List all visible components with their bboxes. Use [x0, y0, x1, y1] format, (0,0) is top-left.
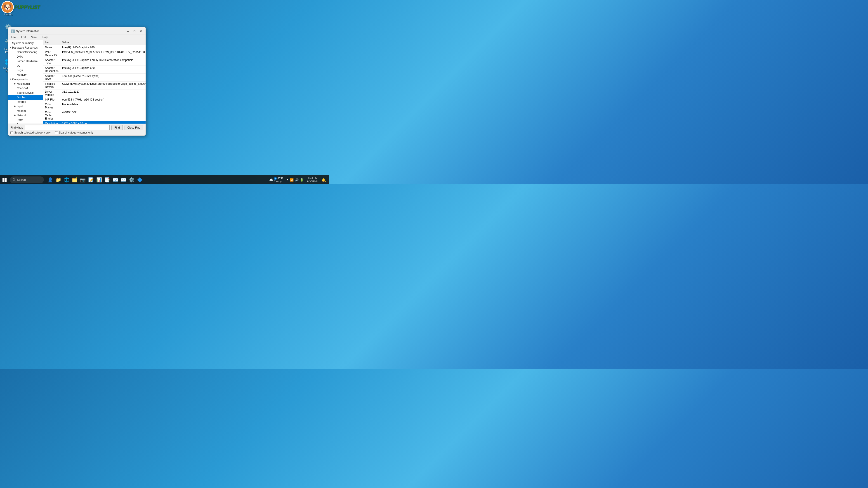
table-row[interactable]: Adapter DescriptionIntel(R) UHD Graphics…: [43, 66, 146, 74]
maximize-button[interactable]: □: [131, 29, 137, 34]
tree-item-io[interactable]: I/O: [8, 64, 43, 68]
weather-icon: ☁️: [269, 178, 273, 182]
close-button[interactable]: ✕: [138, 29, 144, 34]
menu-file[interactable]: File: [10, 35, 17, 39]
no-expand-icon4: [13, 60, 16, 63]
svg-line-5: [15, 180, 16, 182]
tree-item-multimedia[interactable]: ▶ Multimedia: [8, 82, 43, 86]
table-row[interactable]: Adapter TypeIntel(R) UHD Graphics Family…: [43, 58, 146, 66]
minimize-button[interactable]: ─: [125, 29, 131, 34]
sound-device-label: Sound Device: [17, 91, 34, 95]
search-selected-category-check[interactable]: Search selected category only: [10, 131, 51, 134]
table-row[interactable]: Resolution1920 x 1080 x 60 hertz: [43, 121, 146, 124]
table-row-item: PNP Device ID: [43, 50, 60, 58]
menu-view[interactable]: View: [30, 35, 38, 39]
storage-label: Storage: [17, 123, 26, 124]
display-label: Display: [17, 95, 26, 99]
tree-item-infrared[interactable]: Infrared: [8, 100, 43, 104]
window-title-text: System Information: [16, 30, 39, 33]
find-input[interactable]: [25, 125, 110, 130]
taskbar-clock[interactable]: 3:49 PM 8/30/2024: [307, 176, 318, 184]
table-row[interactable]: Color Table Entries4294967296: [43, 110, 146, 121]
no-expand-icon9: [13, 92, 16, 94]
system-summary-label: System Summary: [12, 41, 34, 45]
find-bar: Find what: Find Close Find Search select…: [8, 124, 146, 135]
taskbar-word-icon[interactable]: 📝: [87, 176, 94, 184]
find-what-label: Find what:: [10, 126, 23, 129]
table-row[interactable]: INF Fileoem55.inf (iWHL_w10_DS section): [43, 97, 146, 102]
taskbar-file-manager-icon[interactable]: 🗂️: [71, 176, 78, 184]
table-row-value: oem55.inf (iWHL_w10_DS section): [60, 97, 146, 102]
table-row[interactable]: Driver Version31.0.101.2127: [43, 90, 146, 97]
dma-label: DMA: [17, 55, 23, 59]
taskbar-mail-icon[interactable]: ✉️: [120, 176, 127, 184]
taskbar-weather[interactable]: ☁️ 1 63°F Cloudy: [269, 177, 283, 183]
weather-status: Cloudy: [274, 180, 283, 183]
tree-item-hardware-resources[interactable]: ▼ Hardware Resources: [8, 45, 43, 50]
notification-icon[interactable]: 🔔: [320, 176, 327, 184]
svg-rect-2: [2, 180, 4, 182]
table-row[interactable]: PNP Device IDPCI\VEN_8086&DEV_3EA0&SUBSY…: [43, 50, 146, 58]
close-find-button[interactable]: Close Find: [125, 125, 143, 130]
tree-item-storage[interactable]: ▶ Storage: [8, 122, 43, 124]
tree-item-memory[interactable]: Memory: [8, 72, 43, 77]
taskbar-explorer-icon[interactable]: 📁: [55, 176, 62, 184]
taskbar-settings-icon[interactable]: ⚙️: [128, 176, 135, 184]
system-tray[interactable]: ∧ 📶 🔊 🔋: [285, 177, 305, 183]
taskbar-excel-icon[interactable]: 📊: [95, 176, 103, 184]
menu-edit[interactable]: Edit: [20, 35, 27, 39]
taskbar-right: ☁️ 1 63°F Cloudy ∧ 📶 🔊 🔋 3:49 PM 8/30/20…: [269, 176, 329, 184]
taskbar-user-icon[interactable]: 👤: [46, 176, 54, 184]
tree-item-ports[interactable]: Ports: [8, 118, 43, 122]
column-value: Value: [60, 40, 146, 45]
tree-item-irqs[interactable]: IRQs: [8, 68, 43, 72]
taskbar-search[interactable]: Search: [10, 176, 44, 183]
search-selected-label: Search selected category only: [14, 131, 51, 134]
expand-icon: ▼: [9, 46, 12, 49]
detail-panel: Item Value NameIntel(R) UHD Graphics 620…: [43, 40, 146, 124]
tree-item-cdrom[interactable]: CD-ROM: [8, 86, 43, 91]
io-label: I/O: [17, 64, 20, 68]
search-names-checkbox[interactable]: [55, 131, 58, 134]
tree-item-forced-hardware[interactable]: Forced Hardware: [8, 59, 43, 64]
taskbar-edge-icon[interactable]: 🌐: [63, 176, 70, 184]
table-row[interactable]: NameIntel(R) UHD Graphics 620: [43, 45, 146, 50]
desktop: 🐶 PUPPYLIST 🖥️ This PC ⚙️ N 🔧 Control Pa…: [0, 0, 329, 184]
taskbar-outlook-icon[interactable]: 📧: [112, 176, 119, 184]
find-button[interactable]: Find: [112, 125, 123, 130]
irqs-label: IRQs: [17, 68, 23, 72]
taskbar-pp-icon[interactable]: 📑: [103, 176, 111, 184]
table-row[interactable]: Adapter RAM1.00 GB (1,073,741,824 bytes): [43, 74, 146, 82]
chevron-up-icon: ∧: [286, 178, 289, 182]
hardware-resources-label: Hardware Resources: [12, 46, 38, 50]
expand-icon4: ▶: [13, 105, 16, 108]
tree-item-modem[interactable]: Modem: [8, 109, 43, 113]
taskbar-camera-icon[interactable]: 📷: [79, 176, 86, 184]
table-row-value: 1.00 GB (1,073,741,824 bytes): [60, 74, 146, 82]
tree-item-components[interactable]: ▼ Components: [8, 77, 43, 82]
tree-item-input[interactable]: ▶ Input: [8, 104, 43, 109]
tree-item-dma[interactable]: DMA: [8, 55, 43, 59]
tree-item-network[interactable]: ▶ Network: [8, 113, 43, 118]
tree-item-sound-device[interactable]: Sound Device: [8, 91, 43, 95]
no-expand-icon8: [13, 87, 16, 90]
taskbar-app-icon[interactable]: 🔷: [136, 176, 143, 184]
expand-icon6: ▶: [13, 123, 16, 124]
svg-rect-1: [5, 178, 7, 180]
menu-help[interactable]: Help: [41, 35, 50, 39]
table-row[interactable]: Installed DriversC:\Windows\System32\Dri…: [43, 82, 146, 90]
window-title-icon: ℹ️: [11, 29, 15, 33]
tree-item-system-summary[interactable]: System Summary: [8, 41, 43, 45]
table-row[interactable]: Color PlanesNot Available: [43, 102, 146, 110]
search-category-names-check[interactable]: Search category names only: [55, 131, 93, 134]
system-information-window: ℹ️ System Information ─ □ ✕ File Edit Vi…: [8, 27, 146, 136]
svg-rect-0: [2, 178, 4, 180]
tree-item-display[interactable]: Display: [8, 95, 43, 100]
start-button[interactable]: [1, 176, 8, 184]
window-title-area: ℹ️ System Information: [11, 29, 39, 33]
detail-table: Item Value NameIntel(R) UHD Graphics 620…: [43, 40, 146, 124]
network-label: Network: [17, 113, 27, 118]
table-row-value: 4294967296: [60, 110, 146, 121]
tree-item-conflicts[interactable]: Conflicts/Sharing: [8, 50, 43, 55]
search-selected-checkbox[interactable]: [10, 131, 13, 134]
